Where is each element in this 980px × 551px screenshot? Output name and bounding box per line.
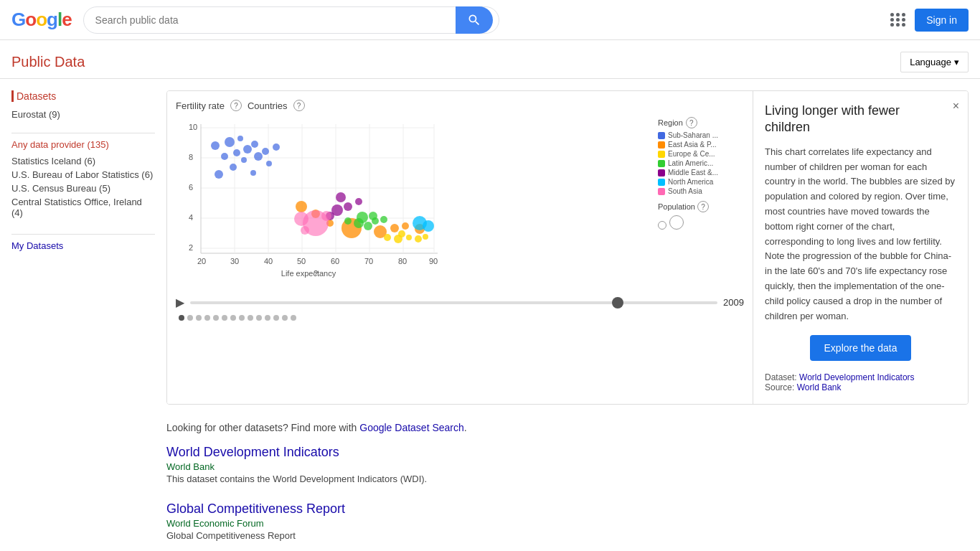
google-logo[interactable]: Google (11, 9, 72, 31)
sidebar-item-eurostat[interactable]: Statistics Iceland (6) (11, 154, 155, 168)
legend-south-asia-label: South Asia (668, 187, 702, 195)
sidebar-item-my-datasets[interactable]: My Datasets (11, 240, 155, 251)
legend-europe-label: Europe & Ce... (668, 150, 715, 158)
countries-help[interactable]: ? (293, 100, 305, 111)
pagination-dot-2[interactable] (187, 315, 193, 321)
legend-sub-saharan-label: Sub-Saharan ... (668, 131, 718, 139)
bubble-ea-6 (390, 224, 399, 232)
x-label-50: 50 (297, 257, 306, 265)
timeline-thumb[interactable] (612, 297, 623, 309)
play-button[interactable]: ▶ (176, 296, 184, 309)
bubble-me-5 (336, 192, 346, 202)
dataset-wdi-link[interactable]: World Development Indicators (166, 445, 339, 459)
sidebar-item-datasets[interactable]: Datasets (11, 90, 155, 102)
bubble-ssa-13 (215, 170, 223, 179)
pagination-dot-9[interactable] (248, 315, 253, 321)
sidebar-providers-section: Any data provider (135) Statistics Icela… (11, 139, 155, 222)
sidebar-item-cso[interactable] (11, 220, 155, 222)
pagination-dot-5[interactable] (213, 315, 219, 321)
bubble-ssa-11 (266, 161, 272, 166)
main: Datasets Eurostat (9) Any data provider … (0, 79, 980, 551)
countries-label: Countries (248, 100, 288, 111)
search-icon (467, 13, 481, 27)
bubble-la-4 (357, 212, 368, 223)
source-link[interactable]: World Bank (797, 382, 842, 392)
bubble-ssa-14 (230, 164, 237, 171)
bubble-ssa-5 (237, 136, 243, 141)
sidebar-item-metrics[interactable]: Eurostat (9) (11, 108, 155, 121)
fertility-rate-help[interactable]: ? (230, 100, 242, 111)
search-button[interactable] (456, 6, 493, 34)
bubble-me-3 (355, 198, 362, 205)
pagination-dot-14[interactable] (291, 315, 296, 321)
pop-circles (658, 215, 744, 230)
y-label-8: 8 (189, 153, 193, 161)
chevron-down-icon: ▾ (954, 57, 959, 67)
language-button[interactable]: Language ▾ (900, 52, 969, 72)
fertility-rate-label: Fertility rate (176, 100, 225, 111)
legend-east-asia: East Asia & P... (658, 141, 744, 149)
bubble-sa-pak (294, 212, 308, 226)
explore-button[interactable]: Explore the data (810, 335, 912, 361)
pagination-dot-3[interactable] (196, 315, 202, 321)
bubble-chart-container: 10 8 6 4 2 (176, 117, 744, 284)
bubble-ssa-3 (225, 137, 235, 147)
close-button[interactable]: × (953, 100, 959, 113)
legend-north-america-label: North America (668, 178, 713, 186)
legend-east-asia-label: East Asia & P... (668, 141, 717, 149)
dataset-gcr-description: Global Competitiveness Report (166, 530, 969, 541)
dataset-link[interactable]: World Development Indicators (799, 372, 915, 382)
sidebar-provider-title[interactable]: Any data provider (135) (11, 139, 155, 150)
bubble-eu-6 (398, 230, 405, 237)
bubble-eu-4 (415, 235, 422, 242)
sub-header: Public Data Language ▾ (0, 40, 980, 79)
x-label-60: 60 (331, 257, 339, 265)
dataset-card-gcr: Global Competitiveness Report World Econ… (166, 501, 969, 541)
legend-south-asia: South Asia (658, 187, 744, 195)
featured-panel: Fertility rate ? Countries ? 10 8 6 4 (166, 90, 969, 405)
bubble-ssa-6 (243, 145, 252, 154)
legend-area: Region ? Sub-Saharan ... East Asia & P..… (658, 117, 744, 284)
bubble-ssa-8 (241, 157, 247, 163)
pagination-dot-6[interactable] (222, 315, 227, 321)
y-label-2: 2 (189, 243, 193, 252)
pagination-dot-12[interactable] (273, 315, 279, 321)
sidebar-divider-2 (11, 234, 155, 235)
legend-latin-america-label: Latin Americ... (668, 159, 713, 167)
dataset-gcr-link[interactable]: Global Competitiveness Report (166, 501, 345, 516)
legend-middle-east: Middle East &... (658, 169, 744, 176)
population-help[interactable]: ? (697, 201, 709, 212)
pagination-dot-11[interactable] (265, 315, 270, 321)
pagination-dot-13[interactable] (282, 315, 288, 321)
sidebar-item-census[interactable]: Central Statistics Office, Ireland (4) (11, 195, 155, 220)
dataset-wdi-provider: World Bank (166, 461, 969, 472)
sidebar-datasets-section: Datasets Eurostat (9) (11, 90, 155, 121)
pagination-dot-4[interactable] (204, 315, 210, 321)
sidebar-item-statistics-iceland[interactable]: U.S. Bureau of Labor Statistics (6) (11, 168, 155, 182)
timeline-track[interactable] (190, 301, 717, 304)
bubble-ea-7 (402, 222, 409, 230)
page-title: Public Data (11, 54, 85, 70)
population-legend: Population ? (658, 201, 744, 212)
bubble-na-2 (423, 220, 434, 232)
pagination-dot-1[interactable] (179, 315, 184, 321)
apps-icon[interactable] (890, 13, 906, 27)
source-label: Source: (765, 382, 794, 392)
header-right: Sign in (890, 9, 969, 32)
bubble-eu-5 (423, 234, 428, 240)
x-label-20: 20 (197, 257, 206, 265)
pagination-dot-10[interactable] (256, 315, 262, 321)
x-axis-title: Life expectancy (281, 269, 336, 278)
legend-north-america: North America (658, 178, 744, 186)
chart-area: Fertility rate ? Countries ? 10 8 6 4 (167, 91, 753, 404)
chart-svg-area[interactable]: 10 8 6 4 2 (176, 117, 652, 284)
sidebar-item-bls[interactable]: U.S. Census Bureau (5) (11, 182, 155, 195)
region-help[interactable]: ? (686, 117, 697, 128)
info-title: Living longer with fewer children (765, 103, 942, 136)
bubble-la-2 (364, 222, 372, 230)
pagination-dot-7[interactable] (230, 315, 236, 321)
pagination-dot-8[interactable] (239, 315, 245, 321)
google-dataset-search-link[interactable]: Google Dataset Search (359, 422, 464, 433)
sign-in-button[interactable]: Sign in (915, 9, 969, 32)
search-input[interactable] (90, 14, 456, 26)
